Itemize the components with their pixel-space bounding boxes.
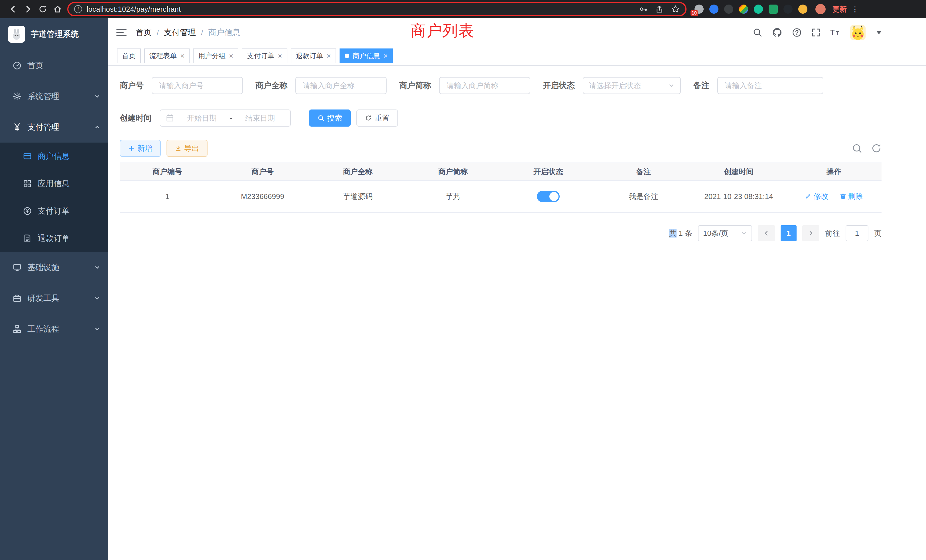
font-size-icon[interactable]: TT bbox=[830, 28, 840, 37]
password-key-icon[interactable] bbox=[639, 5, 648, 14]
fullscreen-icon[interactable] bbox=[811, 28, 820, 37]
create-time-range-picker[interactable]: 开始日期 - 结束日期 bbox=[160, 109, 291, 127]
ext-icon-green-square[interactable] bbox=[769, 5, 778, 14]
ext-icon-dark[interactable] bbox=[724, 5, 733, 14]
url-text: localhost:1024/pay/merchant bbox=[87, 5, 639, 14]
toolbox-icon bbox=[12, 294, 22, 303]
status-toggle[interactable] bbox=[537, 191, 560, 202]
ext-icon-blue-drop[interactable] bbox=[709, 5, 719, 14]
delete-link[interactable]: 删除 bbox=[840, 191, 863, 201]
sidebar-toggle-hamburger-icon[interactable] bbox=[117, 28, 127, 37]
search-icon[interactable] bbox=[753, 28, 763, 37]
gear-icon bbox=[12, 92, 22, 101]
user-avatar[interactable] bbox=[850, 25, 865, 40]
pay-order-icon bbox=[23, 206, 32, 216]
browser-chrome: i localhost:1024/pay/merchant 10 更新 ⋮ bbox=[0, 0, 926, 18]
export-button-label: 导出 bbox=[184, 144, 199, 153]
short-name-input[interactable] bbox=[439, 77, 530, 94]
full-name-label: 商户全称 bbox=[256, 80, 287, 91]
extensions-puzzle-icon[interactable]: 10 bbox=[694, 5, 704, 14]
dashboard-icon bbox=[12, 61, 22, 70]
full-name-input[interactable] bbox=[295, 77, 387, 94]
col-header: 开启状态 bbox=[501, 167, 596, 177]
site-info-icon[interactable]: i bbox=[74, 5, 82, 13]
ext-icon-orange-face[interactable] bbox=[798, 5, 807, 14]
ext-icon-black[interactable] bbox=[784, 5, 793, 14]
refresh-button[interactable] bbox=[871, 143, 882, 153]
sidebar-item-refund-order[interactable]: 退款订单 bbox=[0, 225, 108, 252]
chevron-up-icon bbox=[94, 124, 100, 130]
help-icon[interactable] bbox=[792, 28, 802, 37]
bookmark-star-icon[interactable] bbox=[671, 5, 680, 14]
tab-label: 用户分组 bbox=[198, 51, 225, 61]
edit-link-label: 修改 bbox=[813, 191, 828, 201]
tab-pay-order[interactable]: 支付订单× bbox=[242, 48, 287, 63]
browser-profile-avatar[interactable] bbox=[816, 4, 826, 14]
sidebar-item-home[interactable]: 首页 bbox=[0, 50, 108, 81]
sidebar-item-dev-tools[interactable]: 研发工具 bbox=[0, 283, 108, 314]
address-bar[interactable]: i localhost:1024/pay/merchant bbox=[67, 2, 687, 16]
reset-button[interactable]: 重置 bbox=[356, 109, 398, 127]
add-button-label: 新增 bbox=[138, 144, 152, 153]
close-icon[interactable]: × bbox=[327, 52, 331, 60]
breadcrumb-home[interactable]: 首页 bbox=[136, 27, 152, 38]
tab-process-form[interactable]: 流程表单× bbox=[144, 48, 189, 63]
ext-icon-multicolor[interactable] bbox=[739, 5, 748, 14]
app-logo-row[interactable]: 芋道管理系统 bbox=[0, 18, 108, 50]
sidebar-item-app-info[interactable]: 应用信息 bbox=[0, 170, 108, 197]
add-button[interactable]: 新增 bbox=[120, 140, 161, 157]
sidebar-item-workflow[interactable]: 工作流程 bbox=[0, 314, 108, 344]
prev-page-button[interactable] bbox=[758, 225, 775, 241]
close-icon[interactable]: × bbox=[229, 52, 233, 60]
goto-page-input[interactable] bbox=[846, 225, 869, 241]
remark-input[interactable] bbox=[717, 77, 823, 94]
browser-menu-kebab-icon[interactable]: ⋮ bbox=[851, 5, 859, 14]
tab-label: 商户信息 bbox=[353, 51, 380, 61]
col-header: 创建时间 bbox=[691, 167, 786, 177]
breadcrumb-current: 商户信息 bbox=[208, 27, 240, 38]
sidebar-item-infrastructure[interactable]: 基础设施 bbox=[0, 252, 108, 283]
sidebar-item-merchant-info[interactable]: 商户信息 bbox=[0, 142, 108, 170]
sidebar-item-label: 首页 bbox=[27, 60, 43, 71]
sidebar-item-payment[interactable]: 支付管理 bbox=[0, 112, 108, 142]
create-time-label: 创建时间 bbox=[120, 113, 152, 123]
forward-button[interactable] bbox=[21, 2, 35, 17]
page-1-button[interactable]: 1 bbox=[781, 225, 797, 241]
browser-update-button[interactable]: 更新 bbox=[832, 5, 847, 14]
tab-merchant-info[interactable]: 商户信息× bbox=[340, 48, 393, 63]
home-button[interactable] bbox=[50, 2, 65, 17]
search-button[interactable]: 搜索 bbox=[309, 109, 351, 127]
end-date-placeholder: 结束日期 bbox=[236, 113, 284, 123]
close-icon[interactable]: × bbox=[278, 52, 282, 60]
sidebar-item-label: 支付订单 bbox=[38, 206, 70, 216]
export-button[interactable]: 导出 bbox=[166, 140, 207, 157]
date-range-separator: - bbox=[230, 114, 232, 123]
tab-user-group[interactable]: 用户分组× bbox=[193, 48, 238, 63]
tab-home[interactable]: 首页 bbox=[117, 48, 141, 63]
ext-icon-green-check[interactable] bbox=[754, 5, 763, 14]
reload-button[interactable] bbox=[35, 2, 50, 17]
sidebar: 芋道管理系统 首页 系统管理 支付管理 商户信息 应用信息 bbox=[0, 18, 108, 560]
back-button[interactable] bbox=[6, 2, 21, 17]
status-label: 开启状态 bbox=[543, 80, 575, 91]
next-page-button[interactable] bbox=[802, 225, 819, 241]
share-icon[interactable] bbox=[655, 5, 664, 14]
breadcrumb-separator: / bbox=[201, 28, 203, 37]
sidebar-item-pay-order[interactable]: 支付订单 bbox=[0, 197, 108, 225]
short-name-label: 商户简称 bbox=[399, 80, 431, 91]
cell-merchant-id: 1 bbox=[120, 192, 215, 201]
hide-search-icon-button[interactable] bbox=[852, 143, 862, 153]
user-menu-chevron-down-icon[interactable] bbox=[876, 31, 882, 34]
edit-link[interactable]: 修改 bbox=[805, 191, 828, 201]
cell-remark: 我是备注 bbox=[596, 192, 691, 201]
github-icon[interactable] bbox=[772, 27, 782, 38]
merchant-no-input[interactable] bbox=[152, 77, 243, 94]
close-icon[interactable]: × bbox=[180, 52, 185, 60]
close-icon[interactable]: × bbox=[383, 52, 388, 60]
sidebar-item-system[interactable]: 系统管理 bbox=[0, 81, 108, 112]
page-size-select[interactable]: 10条/页 bbox=[698, 225, 752, 241]
status-select[interactable]: 请选择开启状态 bbox=[583, 77, 681, 94]
breadcrumb-payment[interactable]: 支付管理 bbox=[164, 27, 196, 38]
tab-refund-order[interactable]: 退款订单× bbox=[291, 48, 336, 63]
col-header: 商户简称 bbox=[406, 167, 501, 177]
